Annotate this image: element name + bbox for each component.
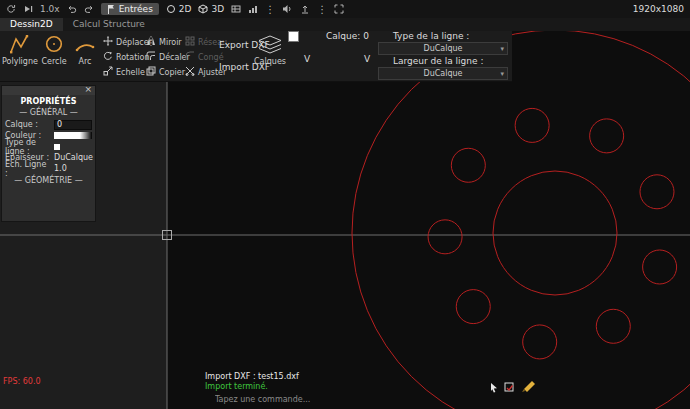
offset-tool[interactable]: Décaler <box>146 51 190 63</box>
line-width-label: Largeur de la ligne : <box>393 56 483 66</box>
highlighter-pen-icon[interactable] <box>521 378 536 397</box>
copy-icon <box>146 66 156 78</box>
section-geometry: — GÉOMÉTRIE — <box>2 176 95 185</box>
mirror-icon <box>146 36 156 48</box>
polyline-label: Polyligne <box>2 57 36 66</box>
layers-icon <box>257 47 283 56</box>
step-icon[interactable] <box>23 4 33 14</box>
linescale-value[interactable]: 1.0 <box>54 164 67 173</box>
entries-label: Entrées <box>119 4 153 14</box>
arc-label: Arc <box>71 57 99 66</box>
polyline-icon <box>9 47 29 56</box>
annotation-box-icon[interactable] <box>504 378 515 397</box>
trim-icon <box>185 66 195 78</box>
mode-3d-button[interactable]: 3D <box>198 4 224 14</box>
tab-bar: Dessin2D Calcul Structure <box>0 18 690 31</box>
command-history-line: Import DXF : test15.dxf <box>205 372 375 382</box>
flag-icon <box>107 4 115 14</box>
scale-label: Echelle <box>116 68 145 77</box>
command-input[interactable] <box>215 395 375 404</box>
layer-visible-toggle[interactable]: V <box>304 54 310 64</box>
mode-2d-label: 2D <box>179 4 192 14</box>
refresh-icon[interactable] <box>6 4 16 14</box>
tab-calcul-structure[interactable]: Calcul Structure <box>63 18 155 31</box>
chart-icon[interactable] <box>248 4 258 14</box>
circle-tool[interactable]: Cercle <box>38 34 70 66</box>
section-general: — GÉNÉRAL — <box>2 108 95 117</box>
command-status-line: Import terminé. <box>205 382 375 392</box>
kebab-menu-icon-2[interactable]: ⋮ <box>317 4 327 15</box>
fillet-icon <box>185 51 195 63</box>
properties-panel-header[interactable]: × <box>2 86 95 95</box>
thickness-value[interactable]: DuCalque <box>54 153 93 162</box>
line-width-select[interactable]: DuCalque ▾ <box>378 67 508 80</box>
rotate-label: Rotation <box>116 53 149 62</box>
resolution-label: 1920x1080 <box>633 4 684 14</box>
zoom-level[interactable]: 1.0x <box>40 4 60 14</box>
circle-icon <box>44 47 64 56</box>
layer-visible-toggle-2[interactable]: V <box>364 54 370 64</box>
linetype-swatch[interactable] <box>54 144 60 150</box>
rotate-tool[interactable]: Rotation <box>103 51 149 63</box>
scale-icon <box>103 66 113 78</box>
drawing-toolbar: Polyligne Cercle Arc Déplacer Miroir Rés… <box>0 31 512 82</box>
fillet-tool[interactable]: Congé <box>185 51 224 63</box>
speaker-icon[interactable] <box>282 4 293 14</box>
mode-2d-button[interactable]: 2D <box>166 4 192 14</box>
close-icon[interactable]: × <box>84 85 92 94</box>
layers-button[interactable]: Calques <box>252 35 288 66</box>
undo-icon[interactable] <box>67 4 77 14</box>
scale-tool[interactable]: Echelle <box>103 66 145 78</box>
fillet-label: Congé <box>198 53 224 62</box>
line-type-value: DuCalque <box>423 44 462 53</box>
layer-field-label: Calque : <box>5 120 51 129</box>
topbar: 1.0x Entrées 2D 3D <box>0 0 690 18</box>
copy-label: Copier <box>159 68 185 77</box>
tab-dessin2d[interactable]: Dessin2D <box>0 18 63 31</box>
offset-icon <box>146 51 156 63</box>
current-layer-label: Calque: 0 <box>326 31 369 41</box>
command-area: Import DXF : test15.dxf Import terminé. <box>205 372 375 405</box>
arc-icon <box>75 47 95 56</box>
circle-2d-icon <box>166 4 176 14</box>
linescale-field-label: Ech. Ligne : <box>5 160 51 178</box>
cursor-icon[interactable] <box>490 378 498 397</box>
mode-3d-label: 3D <box>211 4 224 14</box>
entries-button[interactable]: Entrées <box>101 3 159 15</box>
command-icons <box>490 378 536 397</box>
layers-label: Calques <box>252 57 288 66</box>
fps-counter: FPS: 60.0 <box>3 377 41 386</box>
mirror-label: Miroir <box>159 38 182 47</box>
upload-icon[interactable] <box>300 4 310 14</box>
chevron-down-icon: ▾ <box>500 45 504 53</box>
kebab-menu-icon[interactable]: ⋮ <box>265 4 275 15</box>
line-width-value: DuCalque <box>423 69 462 78</box>
circle-label: Cercle <box>38 57 70 66</box>
properties-title: PROPRIÉTÉS <box>2 97 95 106</box>
fullscreen-icon[interactable] <box>334 4 344 14</box>
move-icon <box>103 36 113 48</box>
color-swatch[interactable] <box>54 132 92 139</box>
move-tool[interactable]: Déplacer <box>103 36 152 48</box>
copy-tool[interactable]: Copier <box>146 66 185 78</box>
table-icon[interactable] <box>231 4 241 14</box>
mirror-tool[interactable]: Miroir <box>146 36 182 48</box>
line-type-label: Type de la ligne : <box>393 31 469 41</box>
cube-3d-icon <box>198 4 208 14</box>
line-type-select[interactable]: DuCalque ▾ <box>378 42 508 55</box>
arc-tool[interactable]: Arc <box>71 34 99 66</box>
redo-icon[interactable] <box>84 4 94 14</box>
cad-application: 1.0x Entrées 2D 3D <box>0 0 690 409</box>
layer-color-swatch[interactable] <box>288 31 299 42</box>
layer-field-input[interactable]: 0 <box>54 120 92 130</box>
polyline-tool[interactable]: Polyligne <box>2 34 36 66</box>
properties-panel: × PROPRIÉTÉS — GÉNÉRAL — Calque : 0 Coul… <box>1 85 96 222</box>
rotate-icon <box>103 51 113 63</box>
chevron-down-icon-2: ▾ <box>500 70 504 78</box>
array-grid-icon <box>185 36 195 48</box>
